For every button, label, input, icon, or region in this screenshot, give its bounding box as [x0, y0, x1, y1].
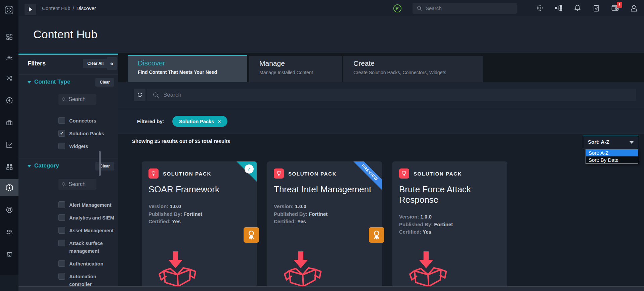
nav-rail: @: [0, 0, 18, 291]
sidebar-item-queues[interactable]: [0, 50, 18, 66]
card-meta: Version: 1.0.0 Published By: Fortinet Ce…: [274, 203, 375, 226]
solution-pack-icon: [148, 168, 159, 179]
notifications-bell-icon[interactable]: [573, 4, 582, 12]
sidebar-item-incidents[interactable]: [0, 114, 18, 131]
category-search-input[interactable]: [69, 181, 93, 187]
solution-pack-card-brute-force[interactable]: SOLUTION PACK Brute Force Attack Respons…: [392, 161, 507, 287]
sidebar-item-help[interactable]: [0, 201, 18, 218]
checkbox-unchecked[interactable]: [58, 227, 65, 234]
certified-medal-icon: [369, 227, 384, 243]
routing-icon: [6, 75, 13, 82]
filters-header: Filters Clear All «: [18, 53, 118, 74]
category-section-header: Category Clear: [18, 158, 118, 175]
content-type-section-title[interactable]: Content Type: [34, 79, 70, 85]
refresh-icon: [137, 92, 143, 98]
category-section-title[interactable]: Category: [34, 162, 59, 169]
system-updates-icon[interactable]: !: [611, 4, 619, 12]
divider: [118, 110, 644, 110]
checkbox-unchecked[interactable]: [58, 143, 65, 149]
sidebar-item-routing[interactable]: [0, 70, 18, 87]
content-hub-icon: [5, 184, 13, 192]
expand-sidebar-icon: [29, 7, 32, 12]
category-search: [58, 179, 96, 190]
breadcrumb-section[interactable]: Content Hub: [42, 5, 70, 11]
content-type-search-input[interactable]: [69, 96, 93, 102]
breadcrumb: Content Hub / Discover: [42, 0, 96, 16]
certified-medal-icon: [244, 227, 259, 243]
sidebar-item-widget-library[interactable]: [0, 158, 18, 175]
checkbox-checked[interactable]: [58, 130, 65, 137]
update-alert-badge: !: [617, 2, 622, 8]
chevron-down-icon[interactable]: [28, 165, 31, 167]
results-section: Showing 25 results out of 25 total resul…: [118, 134, 644, 291]
checkbox-unchecked[interactable]: [58, 273, 65, 280]
clear-content-type-button[interactable]: Clear: [95, 78, 114, 87]
checkbox-unchecked[interactable]: [58, 240, 65, 246]
filter-option-analytics-siem[interactable]: Analytics and SIEM: [58, 214, 118, 222]
content-search-input[interactable]: [163, 92, 631, 98]
filter-option-attack-surface[interactable]: Attack surface management: [58, 240, 118, 255]
checkbox-unchecked[interactable]: [58, 260, 65, 267]
search-icon: [61, 97, 66, 102]
dashboard-icon: [6, 33, 13, 41]
page-title: Content Hub: [33, 16, 97, 52]
results-summary: Showing 25 results out of 25 total resul…: [132, 138, 230, 144]
solution-pack-icon: [399, 168, 409, 179]
connector-status-icon[interactable]: [393, 4, 402, 13]
solution-pack-card-threat-intel[interactable]: SOLUTION PACK Threat Intel Management Ve…: [267, 161, 382, 287]
recycle-bin-icon: [6, 250, 13, 258]
incidents-icon: [6, 119, 13, 126]
sidebar-item-community[interactable]: [0, 224, 18, 240]
breadcrumb-separator: /: [73, 5, 74, 11]
breadcrumb-current: Discover: [76, 5, 96, 11]
filter-option-asset-management[interactable]: Asset Management: [58, 227, 118, 235]
sidebar-item-dashboard[interactable]: [0, 29, 18, 45]
user-avatar-icon[interactable]: [630, 4, 638, 12]
filter-option-authentication[interactable]: Authentication: [58, 260, 118, 268]
card-type-label: SOLUTION PACK: [288, 171, 337, 177]
filter-option-connectors[interactable]: Connectors: [58, 117, 118, 125]
tab-discover[interactable]: Discover Find Content That Meets Your Ne…: [128, 55, 247, 82]
checkbox-unchecked[interactable]: [58, 201, 65, 208]
help-icon: [6, 206, 13, 213]
filter-option-solution-packs[interactable]: Solution Packs: [58, 130, 118, 138]
sidebar-item-content-hub[interactable]: [0, 179, 18, 196]
search-icon: [417, 5, 422, 11]
install-box-illustration: [409, 251, 449, 287]
refresh-button[interactable]: [134, 89, 145, 101]
global-search-input[interactable]: [426, 5, 513, 11]
sitemap-icon[interactable]: [555, 4, 563, 12]
card-type-label: SOLUTION PACK: [163, 171, 211, 177]
sort-option-az[interactable]: Sort: A-Z: [586, 149, 638, 156]
checkbox-unchecked[interactable]: [58, 214, 65, 221]
sidebar-item-recycle-bin[interactable]: [0, 246, 18, 262]
tab-create[interactable]: Create Create Solution Packs, Connectors…: [343, 56, 483, 82]
category-options: Alert Management Analytics and SIEM Asse…: [18, 175, 118, 291]
clear-all-filters-button[interactable]: Clear All: [83, 59, 108, 68]
settings-gear-icon[interactable]: [536, 4, 544, 12]
collapse-filters-button[interactable]: «: [107, 57, 117, 70]
remove-chip-icon[interactable]: ×: [218, 119, 221, 124]
solution-pack-card-soar-framework[interactable]: SOLUTION PACK SOAR Framework Version: 1.…: [142, 161, 257, 287]
checkbox-unchecked[interactable]: [58, 117, 65, 124]
filters-panel: Filters Clear All « Content Type Clear C…: [18, 53, 118, 291]
filter-option-widgets[interactable]: Widgets: [58, 143, 118, 150]
filters-scrollbar-thumb[interactable]: [99, 151, 101, 176]
card-grid: SOLUTION PACK SOAR Framework Version: 1.…: [142, 161, 507, 287]
global-search: [413, 3, 517, 14]
sidebar-item-reports[interactable]: [0, 136, 18, 153]
sidebar-item-playbooks[interactable]: [0, 92, 18, 109]
filter-option-alert-management[interactable]: Alert Management: [58, 201, 118, 209]
sort-dropdown[interactable]: Sort: A-Z: [583, 136, 638, 148]
tab-manage[interactable]: Manage Manage Installed Content: [249, 56, 342, 82]
clear-category-button[interactable]: Clear: [95, 162, 114, 171]
tab-bar: Discover Find Content That Meets Your Ne…: [118, 53, 644, 82]
sort-option-by-date[interactable]: Sort: By Date: [586, 156, 638, 163]
card-meta: Version: 1.0.0 Published By: Fortinet Ce…: [148, 203, 250, 226]
tasks-clipboard-icon[interactable]: [592, 4, 600, 12]
filter-chip-solution-packs[interactable]: Solution Packs ×: [172, 116, 227, 127]
page-header: Content Hub: [18, 16, 644, 53]
expand-sidebar-button[interactable]: [25, 4, 36, 15]
chevron-down-icon[interactable]: [28, 81, 31, 84]
chevron-down-icon: [630, 141, 634, 144]
